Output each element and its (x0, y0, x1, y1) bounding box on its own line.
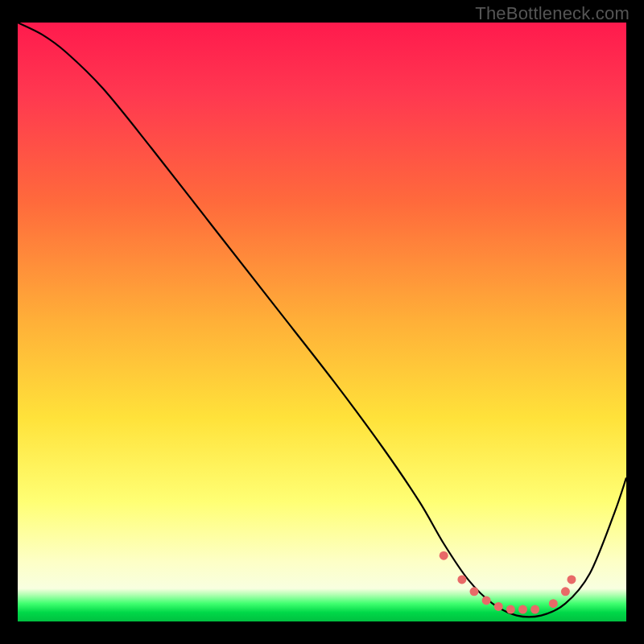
highlight-dot (440, 551, 448, 560)
highlight-dot (470, 587, 479, 596)
highlight-dot (506, 605, 515, 614)
watermark-text: TheBottleneck.com (475, 3, 630, 24)
highlight-dot (567, 575, 576, 584)
highlight-dot (457, 575, 466, 584)
highlight-dot (561, 587, 570, 596)
highlight-dot (549, 599, 558, 608)
highlight-dot (518, 605, 527, 614)
highlight-dot (494, 602, 503, 611)
highlight-dot (530, 605, 539, 614)
gradient-background (18, 23, 626, 621)
chart-area (18, 23, 626, 621)
highlight-dot (482, 596, 491, 605)
